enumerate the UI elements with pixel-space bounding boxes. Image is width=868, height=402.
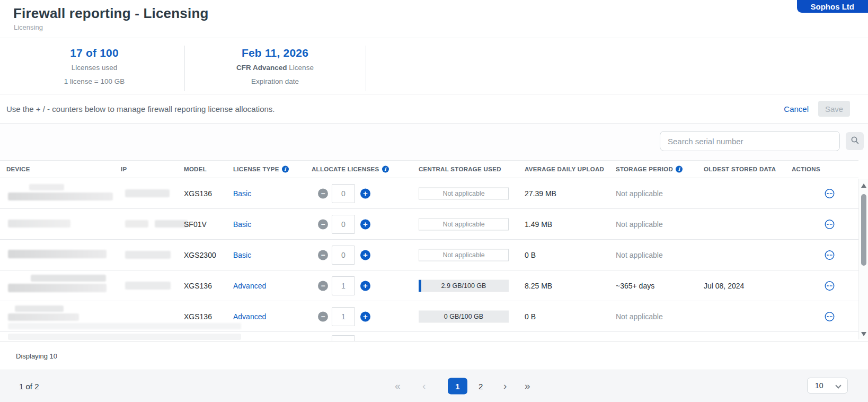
col-device: DEVICE (6, 166, 30, 172)
plus-button[interactable]: + (360, 188, 370, 198)
redacted-ip (125, 220, 148, 228)
row-actions-button[interactable] (825, 219, 835, 229)
redacted-device-name (31, 275, 106, 282)
storage-used-box: Not applicable (419, 249, 509, 261)
info-icon[interactable]: i (282, 166, 289, 173)
daily-upload-value: 8.25 MB (525, 282, 552, 290)
table-row: XGS2300 Basic − + Not applicable 0 B Not… (0, 240, 858, 270)
scrollbar-thumb[interactable] (861, 194, 866, 266)
page-header: Firewall reporting - Licensing Licensing (0, 0, 868, 38)
first-page-button[interactable]: « (395, 380, 401, 392)
scroll-up-arrow-icon[interactable] (861, 183, 866, 188)
page-info: 1 of 2 (19, 382, 39, 391)
expiration-caption: Expiration date (184, 77, 366, 87)
more-actions-icon (825, 315, 835, 323)
expiration-stat: Feb 11, 2026 CFR Advanced License Expira… (184, 47, 366, 87)
save-button[interactable]: Save (818, 101, 850, 117)
search-button[interactable] (846, 132, 864, 150)
row-actions-button[interactable] (825, 250, 835, 260)
page-1-button[interactable]: 1 (448, 378, 467, 395)
vertical-scrollbar[interactable] (858, 179, 868, 339)
col-storage-period: STORAGE PERIODi (616, 166, 683, 173)
license-type-link[interactable]: Basic (233, 251, 251, 259)
displaying-count: Displaying 10 (16, 352, 57, 360)
search-input[interactable] (660, 131, 840, 151)
minus-button[interactable]: − (318, 188, 328, 198)
search-bar (0, 124, 868, 160)
minus-button[interactable]: − (318, 219, 328, 229)
prev-page-button[interactable]: ‹ (422, 380, 426, 392)
licenses-used-label: Licenses used (4, 63, 184, 73)
plus-button[interactable]: + (360, 219, 370, 229)
page-size-value: 10 (815, 381, 823, 390)
plus-button[interactable]: + (360, 311, 370, 321)
search-icon (851, 136, 860, 146)
chevron-down-icon (835, 382, 841, 388)
license-type-link[interactable]: Basic (233, 220, 251, 229)
redacted-ip (125, 282, 171, 290)
allocate-input[interactable] (332, 184, 355, 203)
expiration-license-label: CFR Advanced License (184, 63, 366, 73)
col-model: MODEL (184, 166, 207, 172)
col-allocate-licenses: ALLOCATE LICENSESi (312, 166, 389, 173)
daily-upload-value: 0 B (525, 312, 536, 321)
redacted-ip (125, 189, 170, 197)
license-type-link[interactable]: Advanced (233, 282, 266, 290)
licenses-used-value: 17 of 100 (4, 47, 184, 59)
storage-used-bar: 0 GB/100 GB (419, 310, 509, 322)
storage-used-box: Not applicable (419, 187, 509, 199)
partial-table-row (0, 332, 858, 341)
more-actions-icon (825, 284, 835, 292)
daily-upload-value: 27.39 MB (525, 189, 556, 198)
table-row: XGS136 Advanced − + 0 GB/100 GB 0 B Not … (0, 301, 858, 332)
last-page-button[interactable]: » (525, 380, 530, 392)
redacted-ip (125, 251, 171, 259)
table-row: SF01V Basic − + Not applicable 1.49 MB N… (0, 209, 858, 240)
model-value: SF01V (184, 220, 207, 229)
row-actions-button[interactable] (825, 281, 835, 291)
redacted-device-name (8, 284, 107, 292)
allocate-input[interactable] (332, 276, 355, 295)
cancel-button[interactable]: Cancel (784, 104, 809, 113)
license-type-link[interactable]: Basic (233, 189, 251, 198)
page-title: Firewall reporting - Licensing (13, 5, 209, 22)
plus-button[interactable]: + (360, 281, 370, 291)
storage-period-value: Not applicable (616, 189, 663, 198)
info-icon[interactable]: i (382, 166, 389, 173)
storage-period-value: Not applicable (616, 251, 663, 259)
storage-period-value: ~365+ days (616, 282, 654, 290)
scroll-down-arrow-icon[interactable] (861, 332, 866, 336)
table-row: XGS136 Basic − + Not applicable 27.39 MB… (0, 178, 858, 209)
row-actions-button[interactable] (825, 311, 835, 321)
expiration-date-value: Feb 11, 2026 (184, 47, 366, 59)
device-table: XGS136 Basic − + Not applicable 27.39 MB… (0, 178, 858, 341)
instruction-text: Use the + / - counters below to manage f… (6, 104, 275, 113)
model-value: XGS2300 (184, 251, 216, 259)
col-oldest-data: OLDEST STORED DATA (704, 166, 776, 172)
allocate-input[interactable] (332, 307, 355, 326)
col-daily-upload: AVERAGE DAILY UPLOAD (525, 166, 604, 172)
license-stats: 17 of 100 Licenses used 1 license = 100 … (0, 38, 868, 94)
plus-button[interactable]: + (360, 250, 370, 260)
minus-button[interactable]: − (318, 281, 328, 291)
table-row: XGS136 Advanced − + 2.9 GB/100 GB 8.25 M… (0, 270, 858, 301)
more-actions-icon (825, 192, 835, 200)
allocate-input[interactable] (332, 215, 355, 234)
page-2-button[interactable]: 2 (479, 382, 483, 391)
minus-button[interactable]: − (318, 250, 328, 260)
col-license-type: LICENSE TYPEi (233, 166, 289, 173)
storage-used-bar: 2.9 GB/100 GB (419, 279, 509, 292)
col-central-storage: CENTRAL STORAGE USED (419, 166, 501, 172)
license-type-link[interactable]: Advanced (233, 312, 266, 321)
model-value: XGS136 (184, 312, 212, 321)
daily-upload-value: 0 B (525, 251, 536, 259)
next-page-button[interactable]: › (503, 380, 507, 392)
info-icon[interactable]: i (676, 166, 683, 173)
allocate-input[interactable] (332, 246, 355, 265)
redacted-device-name (8, 334, 241, 340)
row-actions-button[interactable] (825, 188, 835, 198)
redacted-device-name (8, 250, 107, 258)
minus-button[interactable]: − (318, 311, 328, 321)
page-size-select[interactable]: 10 (807, 378, 848, 394)
pagination-footer: 1 of 2 « ‹ 1 2 › » 10 (0, 370, 868, 402)
